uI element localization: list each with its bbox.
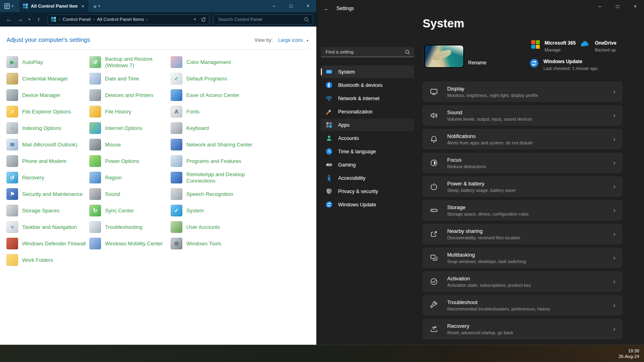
cp-item-credential-manager[interactable]: Credential Manager [6, 70, 86, 87]
find-a-setting-input[interactable] [325, 49, 405, 55]
cp-item-troubleshooting[interactable]: Troubleshooting [89, 219, 168, 235]
sidebar-item-windows-update[interactable]: Windows Update [321, 198, 414, 211]
search-input[interactable] [217, 16, 304, 22]
recent-locations-chevron-icon[interactable]: ▾ [26, 14, 33, 25]
refresh-icon[interactable] [201, 17, 206, 22]
card-sound[interactable]: SoundVolume levels, output, input, sound… [423, 105, 622, 125]
cp-item-file-history[interactable]: File History [89, 103, 168, 120]
view-by-value[interactable]: Large icons [278, 37, 303, 43]
forward-button[interactable]: → [14, 14, 26, 25]
new-tab-button[interactable]: + [93, 3, 97, 10]
cp-item-phone-modem[interactable]: Phone and Modem [6, 153, 86, 169]
search-icon[interactable] [304, 17, 309, 22]
minimize-button[interactable]: – [266, 0, 283, 12]
sidebar-item-privacy[interactable]: Privacy & security [321, 185, 414, 197]
card-activation[interactable]: ActivationActivation state, subscription… [423, 272, 622, 292]
cp-item-power-options[interactable]: Power Options [89, 153, 168, 169]
cp-item-mobility-center[interactable]: Windows Mobility Center [89, 235, 168, 252]
microsoft-365-subtitle[interactable]: Manage [545, 47, 576, 53]
cp-item-device-manager[interactable]: Device Manager [6, 87, 86, 103]
windows-update-icon [530, 59, 539, 68]
tab-list-chevron-icon[interactable]: ▾ [98, 4, 100, 8]
up-button[interactable]: ↑ [33, 14, 44, 25]
sidebar-item-system[interactable]: System [321, 66, 414, 78]
card-display[interactable]: DisplayMonitors, brightness, night light… [423, 82, 622, 102]
sidebar-item-bluetooth[interactable]: Bluetooth & devices [321, 79, 414, 91]
card-focus[interactable]: FocusReduce distractions› [423, 153, 622, 173]
cp-item-storage-spaces[interactable]: Storage Spaces [6, 202, 86, 219]
cp-item-programs-features[interactable]: Programs and Features [171, 153, 259, 169]
onedrive-title: OneDrive [595, 40, 616, 46]
card-storage[interactable]: StorageStorage space, drives, configurat… [423, 200, 622, 220]
sidebar-item-gaming[interactable]: Gaming [321, 158, 414, 171]
back-arrow-icon[interactable]: ← [324, 5, 329, 12]
sidebar-item-personalization[interactable]: Personalization [321, 105, 414, 118]
cp-item-date-time[interactable]: Date and Time [89, 70, 168, 87]
cp-item-sync-center[interactable]: ↻Sync Center [89, 202, 168, 219]
minimize-button[interactable]: – [591, 0, 609, 13]
page-heading: Adjust your computer's settings [6, 36, 90, 43]
close-button[interactable]: × [299, 0, 316, 12]
breadcrumb-control-panel[interactable]: Control Panel [63, 17, 91, 22]
device-thumbnail [424, 44, 464, 68]
accounts-icon [326, 135, 332, 142]
windows-update-block[interactable]: Windows Update Last checked: 1 minute ag… [530, 59, 598, 71]
sidebar-item-network[interactable]: Network & internet [321, 92, 414, 105]
cp-item-default-programs[interactable]: ✓Default Programs [171, 70, 259, 87]
explorer-app-icon[interactable] [4, 3, 10, 9]
cp-item-ease-of-access[interactable]: Ease of Access Center [171, 87, 259, 103]
cp-item-security-maintenance[interactable]: ⚑Security and Maintenance [6, 186, 86, 202]
taskbar-clock[interactable]: 19:38 26-Aug-24 [619, 348, 639, 359]
microsoft-365-block[interactable]: Microsoft 365 Manage [531, 40, 576, 53]
card-notifications[interactable]: NotificationsAlerts from apps and system… [423, 129, 622, 149]
sidebar-item-accounts[interactable]: Accounts [321, 132, 414, 144]
cp-item-mouse[interactable]: Mouse [89, 136, 168, 153]
cp-item-backup-restore[interactable]: ↺Backup and Restore (Windows 7) [89, 54, 168, 70]
cp-item-fonts[interactable]: AFonts [171, 103, 259, 120]
card-recovery[interactable]: RecoveryReset, advanced startup, go back… [423, 319, 622, 339]
maximize-button[interactable]: □ [609, 0, 626, 13]
cp-item-speech-recognition[interactable]: Speech Recognition [171, 186, 259, 202]
sidebar-item-accessibility[interactable]: Accessibility [321, 172, 414, 184]
user-accounts-icon [171, 221, 182, 233]
maximize-button[interactable]: □ [283, 0, 299, 12]
cp-item-mail[interactable]: ✉Mail (Microsoft Outlook) [6, 136, 86, 153]
cp-item-work-folders[interactable]: Work Folders [6, 252, 86, 268]
card-power[interactable]: Power & batterySleep, battery usage, bat… [423, 177, 622, 197]
onedrive-subtitle[interactable]: Backed up [595, 47, 616, 53]
cp-item-region[interactable]: Region [89, 169, 168, 186]
card-troubleshoot[interactable]: TroubleshootRecommended troubleshooters,… [423, 295, 622, 315]
cp-item-network-sharing[interactable]: Network and Sharing Center [171, 136, 259, 153]
sidebar-item-apps[interactable]: Apps [321, 119, 414, 131]
onedrive-block[interactable]: OneDrive Backed up [580, 40, 616, 53]
address-dropdown-chevron-icon[interactable]: ▾ [191, 14, 198, 25]
cp-item-file-explorer-options[interactable]: ✓File Explorer Options [6, 103, 86, 120]
back-button[interactable]: ← [3, 14, 14, 25]
cp-item-color-management[interactable]: Color Management [171, 54, 259, 70]
cp-item-windows-tools[interactable]: ⚙Windows Tools [171, 235, 259, 252]
explorer-tab[interactable]: All Control Panel Items × [19, 0, 89, 12]
card-multitasking[interactable]: MultitaskingSnap windows, desktops, task… [423, 248, 622, 268]
cp-item-taskbar-navigation[interactable]: ≡Taskbar and Navigation [6, 219, 86, 235]
cp-item-sound[interactable]: Sound [89, 186, 168, 202]
breadcrumb-all-items[interactable]: All Control Panel Items [97, 17, 144, 22]
rename-button[interactable]: Rename [468, 60, 486, 66]
cp-item-internet-options[interactable]: Internet Options [89, 120, 168, 136]
cp-item-devices-printers[interactable]: Devices and Printers [89, 87, 168, 103]
tab-close-icon[interactable]: × [80, 4, 85, 9]
cp-item-indexing-options[interactable]: ○Indexing Options [6, 120, 86, 136]
cp-item-user-accounts[interactable]: User Accounts [171, 219, 259, 235]
card-nearby[interactable]: Nearby sharingDiscoverability, received … [423, 224, 622, 244]
cp-item-remoteapp[interactable]: RemoteApp and Desktop Connections [171, 169, 259, 186]
sidebar-item-time-language[interactable]: Time & language [321, 145, 414, 158]
cp-item-keyboard[interactable]: Keyboard [171, 120, 259, 136]
view-by-chevron-icon[interactable]: ▼ [306, 39, 309, 43]
address-bar[interactable]: › Control Panel › All Control Panel Item… [47, 14, 209, 25]
cp-item-autoplay[interactable]: ▶AutoPlay [6, 54, 86, 70]
close-button[interactable]: × [626, 0, 644, 13]
accessibility-icon [326, 175, 332, 181]
cp-item-recovery[interactable]: ↺Recovery [6, 169, 86, 186]
cp-item-firewall[interactable]: Windows Defender Firewall [6, 235, 86, 252]
cp-item-system[interactable]: ✓System [171, 202, 259, 219]
chevron-down-icon[interactable]: ▾ [12, 4, 14, 8]
